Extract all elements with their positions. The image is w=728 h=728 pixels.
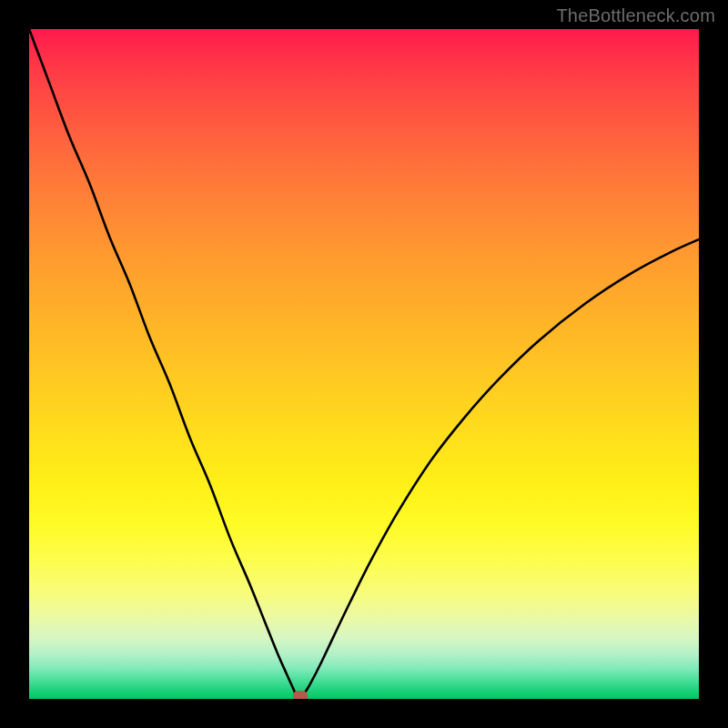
attribution-text: TheBottleneck.com	[556, 5, 715, 26]
plot-area	[29, 29, 699, 699]
chart-frame: TheBottleneck.com	[0, 0, 728, 728]
bottleneck-curve	[29, 29, 699, 699]
optimum-marker	[293, 691, 308, 699]
